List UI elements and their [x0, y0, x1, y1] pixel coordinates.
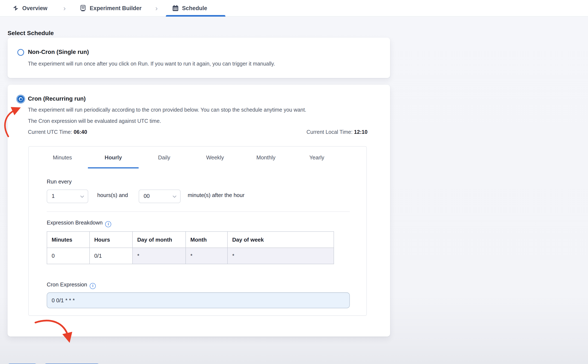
- info-icon[interactable]: [90, 283, 96, 289]
- breadcrumb: Overview › Experiment Builder ›: [0, 0, 588, 16]
- option-title: Non-Cron (Single run): [28, 49, 89, 55]
- col-header-minutes: Minutes: [47, 231, 89, 248]
- col-header-hours: Hours: [89, 231, 132, 248]
- tab-hourly[interactable]: Hourly: [88, 151, 139, 164]
- cell-minutes: 0: [47, 248, 89, 264]
- non-cron-radio[interactable]: [17, 49, 24, 56]
- overview-icon: [13, 5, 19, 11]
- tab-weekly[interactable]: Weekly: [190, 151, 241, 164]
- hours-suffix-label: hours(s) and: [97, 192, 128, 198]
- tab-minutes[interactable]: Minutes: [37, 151, 88, 164]
- col-header-day-of-month: Day of month: [133, 231, 186, 248]
- current-utc-time: Current UTC Time: 06:40: [28, 129, 87, 135]
- tab-monthly[interactable]: Monthly: [240, 151, 291, 164]
- table-header-row: Minutes Hours Day of month Month Day of …: [47, 231, 334, 248]
- expression-breakdown-table: Minutes Hours Day of month Month Day of …: [47, 231, 334, 264]
- cell-hours: 0/1: [89, 248, 132, 264]
- active-breadcrumb-underline: [166, 15, 225, 16]
- active-tab-underline: [88, 167, 139, 169]
- current-local-time: Current Local Time: 12:10: [307, 129, 368, 135]
- info-icon[interactable]: [105, 221, 111, 227]
- cron-expression-text: Cron Expression: [47, 282, 87, 288]
- cron-option-card: Cron (Recurring run) The experiment will…: [8, 85, 390, 337]
- app-window: Overview › Experiment Builder ›: [0, 0, 588, 364]
- calendar-icon: [172, 5, 179, 11]
- utc-time-label: Current UTC Time:: [28, 129, 72, 135]
- expression-breakdown-label: Expression Breakdown: [47, 220, 111, 227]
- nav-item-label: Overview: [22, 5, 47, 11]
- page-title: Select Schedule: [8, 30, 54, 36]
- cron-radio[interactable]: [17, 96, 24, 103]
- hours-select[interactable]: 1: [47, 190, 88, 203]
- option-description: The experiment will run once after you c…: [28, 61, 275, 67]
- utc-time-value: 06:40: [74, 129, 87, 135]
- run-every-label: Run every: [47, 179, 72, 185]
- chevron-down-icon: [173, 195, 176, 198]
- local-time-label: Current Local Time:: [307, 129, 353, 135]
- tab-daily[interactable]: Daily: [139, 151, 190, 164]
- nav-item-schedule[interactable]: Schedule: [172, 0, 207, 16]
- nav-item-overview[interactable]: Overview: [13, 0, 47, 16]
- hours-select-value: 1: [52, 193, 55, 199]
- experiment-builder-icon: [80, 5, 86, 11]
- chevron-right-icon: ›: [155, 0, 157, 16]
- nav-item-experiment-builder[interactable]: Experiment Builder: [80, 0, 142, 16]
- cell-day-of-week: *: [228, 248, 334, 264]
- option-title: Cron (Recurring run): [28, 95, 86, 102]
- cell-day-of-month: *: [133, 248, 186, 264]
- minutes-suffix-label: minute(s) after the hour: [188, 192, 245, 198]
- tab-yearly[interactable]: Yearly: [291, 151, 342, 164]
- cron-schedule-panel: Minutes Hourly Daily Weekly Monthly Year…: [28, 146, 367, 316]
- cron-expression-label: Cron Expression: [47, 282, 96, 289]
- col-header-month: Month: [186, 231, 228, 248]
- option-description: The experiment will run periodically acc…: [28, 107, 306, 113]
- minutes-select-value: 00: [144, 193, 150, 199]
- nav-item-label: Schedule: [182, 5, 207, 11]
- frequency-tabs: Minutes Hourly Daily Weekly Monthly Year…: [37, 151, 342, 164]
- cell-month: *: [186, 248, 228, 264]
- chevron-down-icon: [80, 195, 84, 198]
- option-description: The Cron expression will be evaluated ag…: [28, 118, 161, 124]
- expression-breakdown-text: Expression Breakdown: [47, 220, 103, 226]
- chevron-right-icon: ›: [63, 0, 65, 16]
- divider: [47, 211, 350, 212]
- cron-expression-input[interactable]: [47, 292, 350, 308]
- non-cron-option-card[interactable]: Non-Cron (Single run) The experiment wil…: [8, 38, 390, 78]
- minutes-select[interactable]: 00: [139, 190, 181, 203]
- table-value-row: 0 0/1 * * *: [47, 248, 334, 264]
- local-time-value: 12:10: [354, 129, 367, 135]
- schedule-page: Select Schedule Non-Cron (Single run) Th…: [0, 16, 588, 364]
- nav-item-label: Experiment Builder: [90, 5, 141, 11]
- col-header-day-of-week: Day of week: [228, 231, 334, 248]
